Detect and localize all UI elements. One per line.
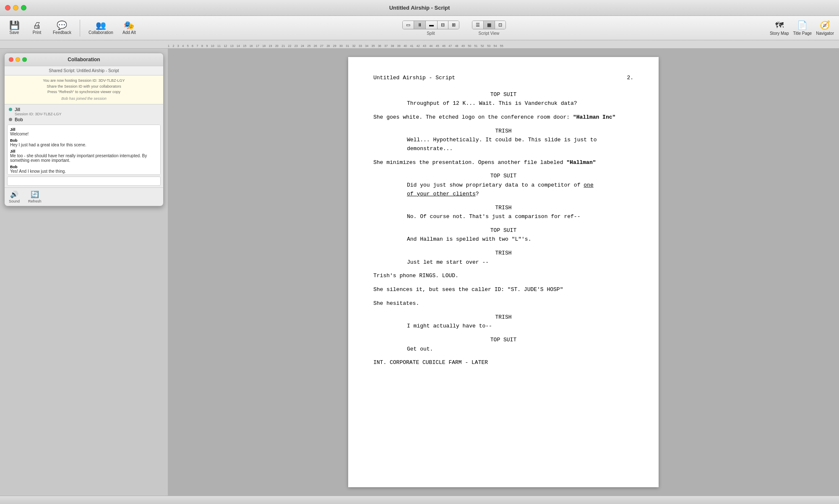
feedback-icon: 💬 (57, 21, 67, 29)
action-1: She goes white. The etched logo on the c… (373, 113, 633, 122)
collab-minimize-button[interactable] (16, 57, 20, 62)
page-title: Untitled Airship - Script (373, 74, 455, 82)
block-13: INT. CORPORATE CUBICLE FARM - LATER (373, 359, 633, 367)
chat-sender-0: Jill (10, 127, 158, 132)
titlebar: Untitled Airship - Script (0, 0, 839, 16)
scene-heading-13: INT. CORPORATE CUBICLE FARM - LATER (373, 359, 633, 367)
refresh-label: Refresh (28, 199, 42, 203)
horizontal-ruler: 12345678910 11121314151617181920 2122232… (0, 40, 839, 49)
toolbar: 💾 Save 🖨 Print 💬 Feedback 👥 Collaboratio… (0, 16, 839, 40)
split-btn-2[interactable]: ⏸ (414, 21, 426, 29)
split-btn-3[interactable]: ▬ (426, 21, 438, 29)
add-alt-label: Add Alt (122, 30, 136, 35)
dialogue-7: Just let me start over -- (407, 258, 600, 267)
title-page-label: Title Page (793, 31, 812, 36)
dialogue-2: Well... Hypothetically. It could be. Thi… (407, 136, 600, 153)
split-btn-1[interactable]: ▭ (403, 21, 414, 29)
save-label: Save (10, 30, 19, 35)
dialogue-11: I might actually have to-- (407, 322, 600, 331)
minimize-button[interactable] (13, 5, 18, 10)
chat-sender-3: Bob (10, 165, 158, 169)
title-page-icon: 📄 (797, 20, 808, 30)
page-header: Untitled Airship - Script 2. (373, 74, 633, 82)
toolbar-center: ▭ ⏸ ▬ ⊟ ⊞ Split ☰ ▦ ⊡ Script View (143, 21, 766, 36)
session-id-value: 3DV-TLBZ-LGY (35, 112, 62, 116)
split-btn-4[interactable]: ⊟ (438, 21, 448, 29)
maximize-button[interactable] (21, 5, 26, 10)
collab-footer: 🔊 Sound 🔄 Refresh (5, 187, 163, 206)
chat-input[interactable] (7, 177, 161, 186)
block-7: TRISH Just let me start over -- (373, 249, 633, 267)
participant-name-jill: Jill (15, 107, 20, 112)
chat-text-3: Yes! And I know just the thing. (10, 169, 158, 174)
page-number: 2. (627, 74, 633, 82)
collaboration-button[interactable]: 👥 Collaboration (86, 19, 116, 36)
print-button[interactable]: 🖨 Print (28, 19, 46, 36)
view-controls: ☰ ▦ ⊡ (472, 21, 506, 29)
dialogue-0: Throughput of 12 K... Wait. This is Vand… (407, 99, 600, 108)
chat-message-1: Bob Hey I just had a great idea for this… (10, 138, 158, 147)
collab-close-button[interactable] (9, 57, 13, 62)
action-8: Trish's phone RINGS. LOUD. (373, 272, 633, 281)
block-1: She goes white. The etched logo on the c… (373, 113, 633, 122)
collaboration-icon: 👥 (96, 21, 106, 29)
feedback-label: Feedback (53, 30, 71, 35)
action-10: She hesitates. (373, 299, 633, 308)
collab-title: Collaboration (68, 57, 100, 62)
story-map-icon: 🗺 (775, 21, 784, 30)
document-area[interactable]: Untitled Airship - Script 2. TOP SUIT Th… (168, 49, 839, 496)
close-button[interactable] (5, 5, 10, 10)
save-button[interactable]: 💾 Save (5, 19, 23, 36)
participant-bob: Bob (9, 117, 159, 122)
char-cue-12: TOP SUIT (373, 336, 633, 344)
bob-joined-notice: Bob has joined the session (9, 96, 159, 102)
chat-sender-1: Bob (10, 138, 158, 143)
script-view-group: ☰ ▦ ⊡ Script View (472, 21, 506, 36)
main-layout: Collaboration Shared Script: Untitled Ai… (0, 49, 839, 496)
collab-titlebar: Collaboration (5, 53, 163, 66)
action-3: She minimizes the presentation. Opens an… (373, 158, 633, 167)
block-5: TRISH No. Of course not. That's just a c… (373, 204, 633, 221)
title-page-button[interactable]: 📄 Title Page (793, 20, 812, 36)
window-title: Untitled Airship - Script (389, 5, 450, 11)
block-2: TRISH Well... Hypothetically. It could b… (373, 127, 633, 153)
add-alt-button[interactable]: 🎭 Add Alt (120, 19, 138, 36)
script-view-label: Script View (478, 31, 499, 36)
navigator-icon: 🧭 (820, 20, 830, 30)
action-9: She silences it, but sees the caller ID:… (373, 286, 633, 294)
view-btn-3[interactable]: ⊡ (495, 21, 505, 29)
view-btn-1[interactable]: ☰ (472, 21, 484, 29)
dialogue-5: No. Of course not. That's just a compari… (407, 213, 600, 221)
collab-session-info: You are now hosting Session ID: 3DV-TLBZ… (5, 75, 163, 104)
participant-name-bob: Bob (15, 117, 23, 122)
feedback-button[interactable]: 💬 Feedback (50, 19, 74, 36)
refresh-button[interactable]: 🔄 Refresh (28, 190, 42, 203)
story-map-button[interactable]: 🗺 Story Map (770, 21, 789, 36)
story-map-label: Story Map (770, 31, 789, 36)
navigator-button[interactable]: 🧭 Navigator (816, 20, 834, 36)
char-cue-6: TOP SUIT (373, 226, 633, 235)
collab-maximize-button[interactable] (22, 57, 27, 62)
session-info-line3: Press "Refresh" to synchronize viewer co… (9, 89, 159, 95)
split-label: Split (427, 31, 435, 36)
left-panel: Collaboration Shared Script: Untitled Ai… (0, 49, 168, 496)
sound-button[interactable]: 🔊 Sound (9, 190, 20, 203)
chat-text-0: Welcome! (10, 132, 158, 136)
status-bar (0, 496, 839, 504)
collab-participants: Jill Session ID: 3DV-TLBZ-LGY Bob (5, 104, 163, 125)
view-btn-2[interactable]: ▦ (484, 21, 495, 29)
session-id-display: Session ID: 3DV-TLBZ-LGY (9, 112, 159, 116)
char-cue-11: TRISH (373, 313, 633, 322)
split-btn-5[interactable]: ⊞ (448, 21, 459, 29)
save-icon: 💾 (9, 21, 20, 29)
chat-message-0: Jill Welcome! (10, 127, 158, 136)
dialogue-4: Did you just show proprietary data to a … (407, 181, 600, 199)
participant-jill: Jill (9, 107, 159, 112)
char-cue-2: TRISH (373, 127, 633, 135)
script-page: Untitled Airship - Script 2. TOP SUIT Th… (348, 57, 659, 487)
block-0: TOP SUIT Throughput of 12 K... Wait. Thi… (373, 91, 633, 108)
print-label: Print (33, 30, 42, 35)
chat-text-1: Hey I just had a great idea for this sce… (10, 143, 158, 147)
toolbar-right: 🗺 Story Map 📄 Title Page 🧭 Navigator (770, 20, 834, 36)
block-9: She silences it, but sees the caller ID:… (373, 286, 633, 294)
